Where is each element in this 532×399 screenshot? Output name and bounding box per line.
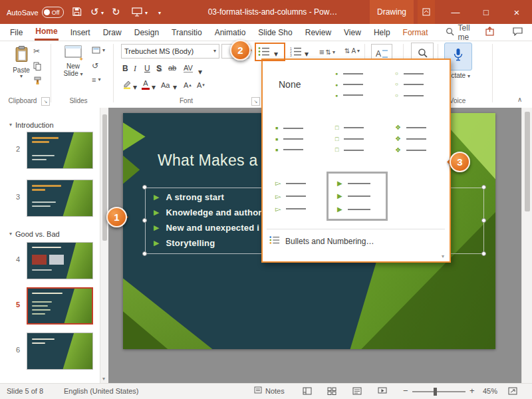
selection-handle[interactable] — [481, 251, 486, 256]
close-button[interactable]: × — [501, 0, 532, 24]
section-header-introduction[interactable]: ▾ Introduction — [9, 121, 54, 129]
slideshow-caret-icon[interactable]: ▾ — [145, 10, 148, 16]
slide-thumbnail-6[interactable] — [27, 332, 93, 370]
tab-format[interactable]: Format — [402, 25, 429, 40]
maximize-button[interactable]: □ — [471, 0, 501, 24]
font-name-combo[interactable]: Trebuchet MS (Body) ▾ — [121, 44, 219, 59]
font-dialog-launcher-icon[interactable]: ↘ — [251, 97, 260, 106]
highlight-caret-icon[interactable]: ▾ — [133, 83, 137, 91]
spacing-caret-icon[interactable]: ▾ — [198, 68, 202, 76]
selection-handle[interactable] — [142, 251, 147, 256]
format-painter-icon[interactable] — [33, 76, 42, 88]
line-spacing-button[interactable]: ≡⇅▾ — [319, 47, 335, 57]
bullet-option-none[interactable]: None — [267, 65, 323, 104]
underline-button[interactable]: U — [144, 64, 150, 73]
menu-scroll-down-icon[interactable]: ▾ — [442, 253, 444, 259]
selection-handle[interactable] — [142, 185, 147, 190]
slide-sorter-view-icon[interactable] — [327, 387, 336, 396]
slideshow-view-icon[interactable] — [378, 387, 387, 396]
redo-icon[interactable]: ↻ — [112, 6, 120, 18]
reading-view-icon[interactable] — [352, 387, 362, 396]
slide-thumbnail-3[interactable] — [27, 180, 93, 217]
bullet-option-hollow-square[interactable]: □ □ □ — [327, 120, 382, 158]
copy-icon[interactable] — [33, 61, 41, 73]
zoom-level[interactable]: 45% — [483, 387, 497, 395]
numbering-button[interactable]: 123 — [290, 47, 302, 59]
bullet-option-arrow[interactable]: ▻ ▻ ▻ — [267, 174, 323, 218]
undo-caret-icon[interactable]: ▾ — [101, 10, 104, 16]
font-color-caret-icon[interactable]: ▾ — [152, 83, 156, 91]
paste-button[interactable]: Paste ▾ — [8, 45, 35, 79]
slide-thumbnail-4[interactable] — [27, 242, 93, 279]
font-color-button[interactable]: A — [142, 80, 150, 90]
drawing-tab-button[interactable]: Drawing — [370, 0, 414, 24]
save-icon[interactable] — [72, 7, 82, 19]
ribbon-display-options-button[interactable] — [418, 0, 435, 24]
language-status[interactable]: English (United States) — [64, 387, 139, 395]
comments-icon[interactable] — [513, 27, 523, 38]
quick-access-caret-icon[interactable]: ▾ — [158, 10, 161, 16]
section-button[interactable]: ≡▾ — [92, 76, 100, 84]
zoom-in-button[interactable]: + — [469, 386, 475, 396]
start-slideshow-icon[interactable] — [132, 7, 142, 19]
tab-draw[interactable]: Draw — [102, 25, 122, 40]
scroll-down-icon[interactable]: ▾ — [102, 376, 105, 382]
zoom-slider-thumb[interactable] — [434, 388, 437, 396]
scrollbar-thumb[interactable] — [525, 112, 530, 211]
clipboard-dialog-launcher-icon[interactable]: ↘ — [41, 97, 50, 106]
text-shadow-button[interactable]: S — [156, 64, 162, 73]
bullet-option-star-diamond[interactable]: ❖ ❖ ❖ — [386, 120, 442, 158]
tab-slideshow[interactable]: Slide Sho — [257, 25, 293, 40]
thumbnails-scrollbar[interactable]: ▾ — [100, 108, 109, 383]
tab-insert[interactable]: Insert — [70, 25, 91, 40]
new-slide-button[interactable]: ✦ New Slide ▾ — [59, 45, 88, 77]
tab-home[interactable]: Home — [35, 24, 58, 41]
tab-design[interactable]: Design — [134, 25, 160, 40]
tab-view[interactable]: View — [343, 25, 362, 40]
tab-review[interactable]: Review — [305, 25, 332, 40]
section-header-good-vs-bad[interactable]: ▾ Good vs. Bad — [9, 230, 60, 238]
tab-transitions[interactable]: Transitio — [171, 25, 203, 40]
selection-handle[interactable] — [142, 218, 147, 223]
autosave-toggle[interactable]: AutoSave Off — [7, 7, 64, 18]
strikethrough-button[interactable]: ab — [168, 64, 176, 72]
slide-thumbnail-2[interactable] — [27, 132, 93, 169]
shrink-font-button[interactable]: A▾ — [197, 81, 205, 89]
grow-font-button[interactable]: A▴ — [184, 81, 192, 89]
minimize-button[interactable]: — — [440, 0, 471, 24]
reset-slide-button[interactable]: ↺ — [92, 61, 98, 70]
scrollbar-thumb[interactable] — [102, 114, 107, 241]
selection-handle[interactable] — [481, 218, 486, 223]
character-spacing-button[interactable]: AV — [184, 64, 193, 72]
numbering-caret-icon[interactable]: ▾ — [305, 50, 309, 58]
zoom-slider-track[interactable] — [412, 391, 466, 392]
fit-to-window-icon[interactable] — [508, 387, 517, 396]
cut-icon[interactable]: ✂ — [33, 47, 40, 56]
normal-view-icon[interactable] — [303, 387, 312, 396]
bullet-option-hollow-round[interactable]: ○ ○ ○ — [386, 65, 442, 104]
tab-animations[interactable]: Animatio — [214, 25, 247, 40]
tab-help[interactable]: Help — [373, 25, 391, 40]
autosave-switch[interactable]: Off — [42, 7, 64, 18]
change-case-button[interactable]: Aa — [161, 81, 170, 89]
bullet-option-filled-round[interactable]: ● ● ● — [327, 65, 382, 104]
bullets-and-numbering-menu-item[interactable]: Bullets and Numbering… — [269, 233, 444, 249]
tab-file[interactable]: File — [9, 25, 23, 40]
bold-button[interactable]: B — [122, 64, 128, 73]
highlight-color-icon[interactable] — [122, 80, 132, 92]
layout-button[interactable]: ▾ — [92, 47, 105, 54]
collapse-ribbon-icon[interactable]: ∧ — [517, 96, 522, 103]
text-direction-button[interactable]: ⇅A▾ — [344, 47, 360, 55]
notes-button[interactable]: Notes — [254, 386, 285, 395]
canvas-scrollbar[interactable] — [521, 108, 532, 383]
bullet-option-filled-square[interactable]: ■ ■ ■ — [267, 120, 323, 158]
share-icon[interactable] — [485, 27, 495, 38]
zoom-out-button[interactable]: − — [403, 386, 408, 396]
bullet-option-filled-triangle-selected[interactable]: ▶ ▶ ▶ — [327, 172, 388, 221]
selection-handle[interactable] — [481, 185, 486, 190]
change-case-caret-icon[interactable]: ▾ — [173, 83, 177, 91]
slide-thumbnail-5-current[interactable] — [27, 287, 93, 325]
undo-icon[interactable]: ↺ — [90, 6, 99, 18]
tell-me-box[interactable]: Tell me — [446, 23, 474, 42]
italic-button[interactable]: I — [134, 64, 136, 74]
